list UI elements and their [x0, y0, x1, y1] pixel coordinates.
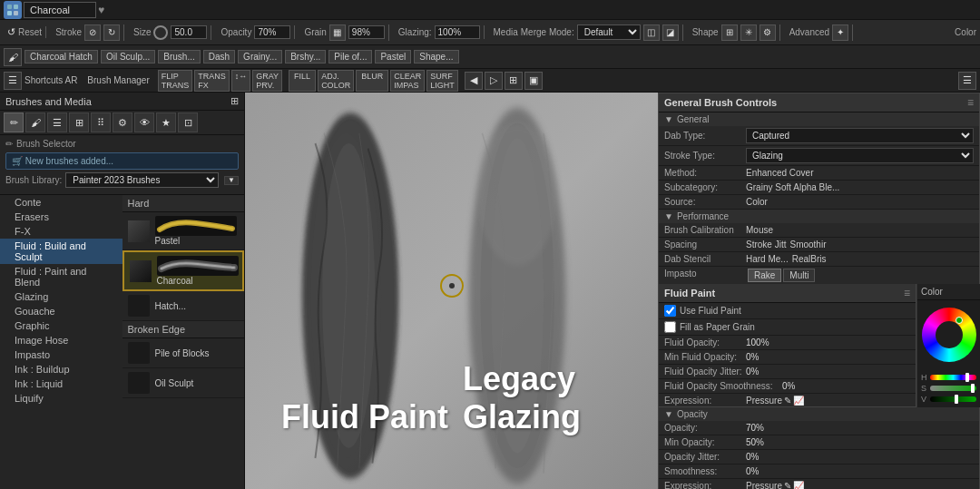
- preset-tab-brush[interactable]: Brush...: [158, 50, 200, 64]
- tab-multi[interactable]: Multi: [783, 269, 815, 282]
- brush-tool-list[interactable]: ☰: [47, 112, 67, 132]
- opacity-row: Opacity: 70%: [659, 421, 979, 435]
- grain-input[interactable]: [348, 25, 385, 39]
- fill-as-paper-grain-checkbox[interactable]: [664, 321, 676, 333]
- brush-tool-brush[interactable]: 🖌: [25, 112, 45, 132]
- brush-item-pastel-name: Pastel: [155, 236, 240, 246]
- preset-tab-pastel[interactable]: Pastel: [375, 50, 411, 64]
- brush-manager-label[interactable]: Brush Manager: [87, 75, 149, 85]
- nav-icon3[interactable]: ⊞: [505, 72, 523, 90]
- shortcut-btn-2[interactable]: TRANSFX: [194, 70, 230, 92]
- clear-impas-btn[interactable]: CLEARIMPAS: [390, 70, 425, 92]
- category-impasto[interactable]: Impasto: [0, 347, 122, 362]
- preset-tab-brshy[interactable]: Brshy...: [285, 50, 326, 64]
- brush-tool-filter[interactable]: ⚙: [113, 112, 132, 132]
- preset-tab-dash[interactable]: Dash: [203, 50, 235, 64]
- color-picker-dot[interactable]: [956, 317, 963, 324]
- brushes-panel-expand[interactable]: ⊞: [230, 95, 239, 107]
- settings-icon[interactable]: ☰: [958, 72, 976, 90]
- brush-item-oil[interactable]: Oil Sculpt: [122, 368, 245, 398]
- media-icon1[interactable]: ◫: [643, 24, 660, 41]
- brush-tool-grid[interactable]: ⊞: [69, 112, 89, 132]
- shape-icon2[interactable]: ✳: [740, 24, 757, 41]
- opacity-expression-edit[interactable]: ✎: [784, 481, 791, 489]
- preset-tab-grainy[interactable]: Grainy...: [238, 50, 282, 64]
- opacity-input[interactable]: [254, 25, 290, 39]
- canvas-label-legacy-glazing: Legacy Glazing: [463, 360, 658, 436]
- use-fluid-paint-checkbox[interactable]: [664, 305, 676, 317]
- brush-item-hatch[interactable]: Hatch...: [122, 291, 245, 321]
- brush-item-charcoal[interactable]: Charcoal: [122, 250, 245, 291]
- fill-btn[interactable]: FILL: [289, 70, 316, 92]
- brush-item-pile-icon: [128, 342, 150, 364]
- category-graphic[interactable]: Graphic: [0, 318, 122, 333]
- brush-tool-extra[interactable]: ⊡: [178, 112, 198, 132]
- brush-item-pastel[interactable]: Pastel: [122, 212, 245, 250]
- fluid-opacity-jitter-label: Fluid Opacity Jitter:: [664, 367, 746, 377]
- filter-icon[interactable]: ▼: [224, 176, 239, 185]
- fluid-opacity-smoothness-label: Fluid Opacity Smoothness:: [664, 381, 782, 391]
- category-image-hose[interactable]: Image Hose: [0, 333, 122, 347]
- fluid-paint-panel-close[interactable]: ≡: [904, 287, 910, 299]
- category-fluid-paint[interactable]: Fluid : Paint and Blend: [0, 264, 122, 289]
- blur-btn[interactable]: BLUR: [356, 70, 388, 92]
- expression-edit-icon[interactable]: ✎: [784, 396, 791, 406]
- expression-graph-icon[interactable]: 📈: [793, 396, 804, 406]
- nav-icon1[interactable]: ◀: [465, 72, 483, 90]
- shortcut-btn-4[interactable]: GRAYPRV.: [252, 70, 282, 92]
- brush-item-pile[interactable]: Pile of Blocks: [122, 338, 245, 368]
- library-select[interactable]: Painter 2023 Brushes: [65, 172, 219, 188]
- color-wheel[interactable]: [922, 308, 976, 362]
- preset-tab-shape[interactable]: Shape...: [414, 50, 458, 64]
- tab-rake[interactable]: Rake: [748, 269, 781, 282]
- shortcut-btn-1[interactable]: FLIPTRANS: [158, 70, 193, 92]
- brush-tool-eye[interactable]: 👁: [134, 112, 154, 132]
- preset-tab-oil-sculpt[interactable]: Oil Sculp...: [101, 50, 155, 64]
- shortcut-btn-3[interactable]: ↕↔: [231, 70, 251, 92]
- preset-tab-charcoal-hatch[interactable]: Charcoal Hatch: [24, 50, 98, 64]
- glazing-input[interactable]: [435, 25, 480, 39]
- size-input[interactable]: [171, 25, 207, 39]
- stroke-icon[interactable]: ⊘: [84, 24, 101, 41]
- brush-tool-pencil[interactable]: ✏: [4, 112, 24, 132]
- merge-mode-select[interactable]: Default: [577, 24, 641, 40]
- value-slider[interactable]: [930, 396, 976, 402]
- category-liquify[interactable]: Liquify: [0, 391, 122, 406]
- preset-tab-pile[interactable]: Pile of...: [328, 50, 372, 64]
- shape-icon1[interactable]: ⊞: [721, 24, 738, 41]
- grain-section: Grain ▦: [300, 24, 388, 41]
- dab-type-select[interactable]: Captured: [746, 128, 974, 143]
- opacity-expression-graph[interactable]: 📈: [793, 481, 804, 489]
- stroke-type-select[interactable]: Glazing: [746, 148, 974, 163]
- advanced-icon[interactable]: ✦: [832, 24, 848, 41]
- canvas-area[interactable]: Fluid Paint Legacy Glazing: [245, 93, 658, 489]
- shape-icon3[interactable]: ⚙: [760, 24, 776, 41]
- category-fluid-build[interactable]: Fluid : Build and Sculpt: [0, 239, 122, 264]
- general-brush-controls-close[interactable]: ≡: [967, 96, 974, 109]
- value-label: V: [921, 395, 928, 404]
- shortcuts-icon[interactable]: ☰: [4, 72, 22, 90]
- media-icon2[interactable]: ◪: [662, 24, 679, 41]
- brush-name-display[interactable]: Charcoal: [24, 2, 96, 18]
- surf-light-btn[interactable]: SURFLIGHT: [426, 70, 458, 92]
- adj-color-btn[interactable]: ADJ.COLOR: [318, 70, 354, 92]
- category-erasers[interactable]: Erasers: [0, 210, 122, 224]
- category-ink-liquid[interactable]: Ink : Liquid: [0, 377, 122, 391]
- stroke-icon2[interactable]: ↻: [103, 24, 120, 41]
- brushes-icon[interactable]: 🖌: [4, 48, 22, 66]
- spacing-value2: Smoothir: [789, 240, 826, 249]
- favorite-icon[interactable]: ♥: [98, 4, 104, 16]
- value-slider-row: V: [921, 395, 976, 404]
- fluid-opacity-label: Fluid Opacity:: [664, 337, 746, 347]
- hue-slider[interactable]: [930, 375, 976, 380]
- category-fx[interactable]: F-X: [0, 224, 122, 239]
- brush-tool-dots[interactable]: ⠿: [91, 112, 111, 132]
- category-gouache[interactable]: Gouache: [0, 304, 122, 318]
- category-glazing[interactable]: Glazing: [0, 289, 122, 304]
- saturation-slider[interactable]: [930, 386, 976, 391]
- nav-icon2[interactable]: ▷: [485, 72, 503, 90]
- category-ink-buildup[interactable]: Ink : Buildup: [0, 362, 122, 377]
- category-conte[interactable]: Conte: [0, 195, 122, 210]
- brush-tool-star[interactable]: ★: [156, 112, 176, 132]
- nav-icon4[interactable]: ▣: [524, 72, 543, 90]
